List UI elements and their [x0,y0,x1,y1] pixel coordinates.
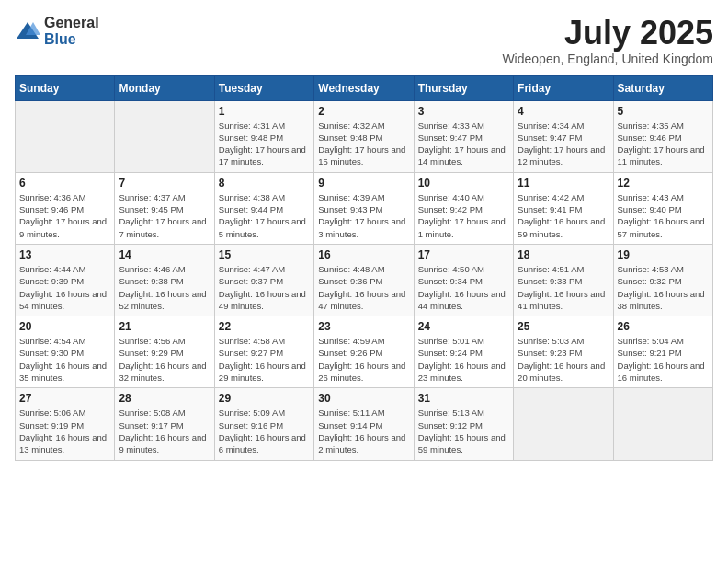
calendar-cell: 17Sunrise: 4:50 AM Sunset: 9:34 PM Dayli… [414,244,513,316]
calendar-cell [16,100,115,172]
day-number: 15 [219,248,310,261]
day-info: Sunrise: 5:04 AM Sunset: 9:21 PM Dayligh… [618,335,709,384]
day-number: 6 [19,177,110,190]
day-number: 3 [418,105,509,118]
title-block: July 2025 Wideopen, England, United King… [502,15,713,66]
logo-icon [15,18,40,44]
calendar-cell: 13Sunrise: 4:44 AM Sunset: 9:39 PM Dayli… [16,244,115,316]
day-info: Sunrise: 4:31 AM Sunset: 9:48 PM Dayligh… [219,120,310,168]
day-info: Sunrise: 4:48 AM Sunset: 9:36 PM Dayligh… [318,263,409,312]
calendar-cell: 28Sunrise: 5:08 AM Sunset: 9:17 PM Dayli… [115,388,214,460]
day-info: Sunrise: 5:08 AM Sunset: 9:17 PM Dayligh… [119,407,210,455]
calendar-cell: 8Sunrise: 4:38 AM Sunset: 9:44 PM Daylig… [214,172,313,244]
day-header-monday: Monday [115,75,214,100]
day-number: 24 [418,320,509,333]
day-number: 21 [119,320,210,333]
day-number: 4 [518,105,609,118]
day-number: 2 [318,105,409,118]
calendar-cell: 9Sunrise: 4:39 AM Sunset: 9:43 PM Daylig… [314,172,414,244]
calendar-cell: 10Sunrise: 4:40 AM Sunset: 9:42 PM Dayli… [414,172,513,244]
calendar-cell: 29Sunrise: 5:09 AM Sunset: 9:16 PM Dayli… [214,388,313,460]
day-info: Sunrise: 4:58 AM Sunset: 9:27 PM Dayligh… [219,335,310,384]
day-number: 25 [518,320,609,333]
day-number: 12 [618,177,709,190]
day-info: Sunrise: 5:09 AM Sunset: 9:16 PM Dayligh… [219,407,310,455]
calendar-cell: 3Sunrise: 4:33 AM Sunset: 9:47 PM Daylig… [414,100,513,172]
day-number: 30 [318,392,409,405]
day-number: 19 [618,248,709,261]
calendar-week-row: 6Sunrise: 4:36 AM Sunset: 9:46 PM Daylig… [16,172,713,244]
day-info: Sunrise: 4:33 AM Sunset: 9:47 PM Dayligh… [418,120,509,168]
logo: General Blue [15,15,99,47]
day-number: 27 [19,392,110,405]
calendar-cell: 7Sunrise: 4:37 AM Sunset: 9:45 PM Daylig… [115,172,214,244]
day-number: 23 [318,320,409,333]
day-info: Sunrise: 4:34 AM Sunset: 9:47 PM Dayligh… [518,120,609,168]
day-info: Sunrise: 4:56 AM Sunset: 9:29 PM Dayligh… [119,335,210,384]
day-info: Sunrise: 4:32 AM Sunset: 9:48 PM Dayligh… [318,120,409,168]
calendar-cell: 2Sunrise: 4:32 AM Sunset: 9:48 PM Daylig… [314,100,414,172]
calendar-cell: 30Sunrise: 5:11 AM Sunset: 9:14 PM Dayli… [314,388,414,460]
day-number: 28 [119,392,210,405]
day-header-tuesday: Tuesday [214,75,313,100]
day-info: Sunrise: 4:50 AM Sunset: 9:34 PM Dayligh… [418,263,509,312]
calendar-table: SundayMondayTuesdayWednesdayThursdayFrid… [15,75,713,461]
month-title: July 2025 [502,15,713,52]
day-header-sunday: Sunday [16,75,115,100]
day-info: Sunrise: 4:47 AM Sunset: 9:37 PM Dayligh… [219,263,310,312]
day-info: Sunrise: 4:51 AM Sunset: 9:33 PM Dayligh… [518,263,609,312]
day-info: Sunrise: 4:35 AM Sunset: 9:46 PM Dayligh… [618,120,709,168]
calendar-cell: 6Sunrise: 4:36 AM Sunset: 9:46 PM Daylig… [16,172,115,244]
day-number: 16 [318,248,409,261]
day-header-saturday: Saturday [613,75,712,100]
day-number: 10 [418,177,509,190]
day-number: 22 [219,320,310,333]
day-number: 14 [119,248,210,261]
calendar-cell: 15Sunrise: 4:47 AM Sunset: 9:37 PM Dayli… [214,244,313,316]
day-number: 8 [219,177,310,190]
day-info: Sunrise: 5:06 AM Sunset: 9:19 PM Dayligh… [19,407,110,455]
day-info: Sunrise: 5:03 AM Sunset: 9:23 PM Dayligh… [518,335,609,384]
day-number: 20 [19,320,110,333]
day-info: Sunrise: 4:37 AM Sunset: 9:45 PM Dayligh… [119,191,210,240]
calendar-cell: 25Sunrise: 5:03 AM Sunset: 9:23 PM Dayli… [514,316,613,388]
calendar-cell: 1Sunrise: 4:31 AM Sunset: 9:48 PM Daylig… [214,100,313,172]
day-number: 13 [19,248,110,261]
day-number: 7 [119,177,210,190]
day-info: Sunrise: 4:42 AM Sunset: 9:41 PM Dayligh… [518,191,609,240]
day-number: 9 [318,177,409,190]
day-number: 31 [418,392,509,405]
day-info: Sunrise: 4:53 AM Sunset: 9:32 PM Dayligh… [618,263,709,312]
calendar-cell: 24Sunrise: 5:01 AM Sunset: 9:24 PM Dayli… [414,316,513,388]
day-number: 18 [518,248,609,261]
day-number: 1 [219,105,310,118]
calendar-week-row: 27Sunrise: 5:06 AM Sunset: 9:19 PM Dayli… [16,388,713,460]
day-info: Sunrise: 4:40 AM Sunset: 9:42 PM Dayligh… [418,191,509,240]
calendar-cell: 19Sunrise: 4:53 AM Sunset: 9:32 PM Dayli… [613,244,712,316]
calendar-cell: 12Sunrise: 4:43 AM Sunset: 9:40 PM Dayli… [613,172,712,244]
calendar-cell: 23Sunrise: 4:59 AM Sunset: 9:26 PM Dayli… [314,316,414,388]
calendar-cell: 20Sunrise: 4:54 AM Sunset: 9:30 PM Dayli… [16,316,115,388]
day-number: 26 [618,320,709,333]
day-number: 29 [219,392,310,405]
day-info: Sunrise: 4:38 AM Sunset: 9:44 PM Dayligh… [219,191,310,240]
calendar-cell: 31Sunrise: 5:13 AM Sunset: 9:12 PM Dayli… [414,388,513,460]
calendar-cell [115,100,214,172]
calendar-cell: 11Sunrise: 4:42 AM Sunset: 9:41 PM Dayli… [514,172,613,244]
day-info: Sunrise: 5:01 AM Sunset: 9:24 PM Dayligh… [418,335,509,384]
calendar-cell [514,388,613,460]
day-number: 11 [518,177,609,190]
day-number: 17 [418,248,509,261]
location-title: Wideopen, England, United Kingdom [502,52,713,66]
day-number: 5 [618,105,709,118]
calendar-cell: 18Sunrise: 4:51 AM Sunset: 9:33 PM Dayli… [514,244,613,316]
day-info: Sunrise: 4:44 AM Sunset: 9:39 PM Dayligh… [19,263,110,312]
calendar-cell: 16Sunrise: 4:48 AM Sunset: 9:36 PM Dayli… [314,244,414,316]
calendar-cell: 27Sunrise: 5:06 AM Sunset: 9:19 PM Dayli… [16,388,115,460]
logo-blue: Blue [44,31,99,48]
calendar-cell: 26Sunrise: 5:04 AM Sunset: 9:21 PM Dayli… [613,316,712,388]
calendar-cell: 14Sunrise: 4:46 AM Sunset: 9:38 PM Dayli… [115,244,214,316]
day-header-wednesday: Wednesday [314,75,414,100]
day-info: Sunrise: 4:59 AM Sunset: 9:26 PM Dayligh… [318,335,409,384]
calendar-cell: 4Sunrise: 4:34 AM Sunset: 9:47 PM Daylig… [514,100,613,172]
